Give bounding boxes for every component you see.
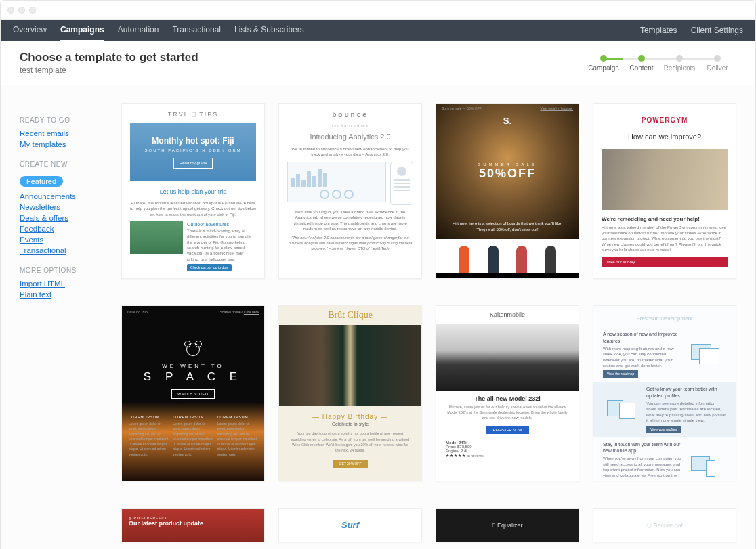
bounce-brand: bounce (332, 110, 369, 120)
bounce-wireframes (287, 162, 413, 205)
page-subheader: Choose a template to get started test te… (1, 41, 755, 85)
min-dot[interactable] (18, 7, 25, 14)
brut-brand: Brût Clique (279, 306, 421, 325)
template-bounce[interactable]: bounce TECHNOLOGIES Introducing Analytic… (278, 103, 422, 279)
group-create-new: CREATE NEW (20, 160, 102, 168)
link-import-html[interactable]: Import HTML (20, 280, 102, 288)
kalten-image (436, 324, 579, 391)
max-dot[interactable] (29, 7, 36, 14)
brut-image (279, 325, 421, 406)
nav-transactional[interactable]: Transactional (172, 20, 221, 42)
bounce-headline: Introducing Analytics 2.0 (310, 132, 390, 142)
sidebar: READY TO GO Recent emails My templates C… (1, 85, 102, 549)
template-brut-clique[interactable]: Brût Clique Happy Birthday Celebrate in … (278, 305, 422, 481)
trvl-brand: TRVL ⎕ TIPS (130, 110, 256, 119)
kalten-brand: Kältenmobile (436, 306, 579, 324)
page-title: Choose a template to get started (20, 51, 198, 64)
close-dot[interactable] (7, 7, 14, 14)
trvl-block: Outdoor adventures There is a mind-blowi… (130, 221, 256, 271)
link-featured[interactable]: Featured (20, 176, 63, 187)
link-newsletters[interactable]: Newsletters (20, 203, 102, 211)
template-space[interactable]: Issue no. 305Shared online? Click here W… (121, 305, 265, 481)
link-deals-offers[interactable]: Deals & offers (20, 214, 102, 222)
main-navbar: Overview Campaigns Automation Transactio… (1, 20, 755, 41)
nav-client-settings[interactable]: Client Settings (691, 20, 743, 41)
template-pixelperfect[interactable]: ◎ PIXELPERFECT Our latest product update (121, 508, 265, 542)
progress-stepper: Campaign Content Recipients Deliver (585, 55, 736, 72)
nav-overview[interactable]: Overview (13, 20, 47, 42)
template-gallery: TRVL ⎕ TIPS Monthly hot spot: Fiji SOUTH… (102, 85, 755, 549)
page-subtitle: test template (20, 66, 198, 75)
link-transactional[interactable]: Transactional (20, 246, 102, 255)
window-titlebar (1, 1, 755, 20)
nav-campaigns[interactable]: Campaigns (60, 20, 104, 42)
nav-templates[interactable]: Templates (640, 20, 677, 41)
link-announcements[interactable]: Announcements (20, 192, 102, 200)
template-surf[interactable]: Surf (278, 508, 422, 542)
powergym-image (602, 149, 728, 210)
space-watch-btn: WATCH VIDEO (171, 389, 215, 399)
link-my-templates[interactable]: My templates (20, 140, 102, 148)
nav-automation[interactable]: Automation (118, 20, 159, 42)
powergym-question: How can we improve? (602, 132, 728, 142)
summer-products (436, 239, 579, 273)
freshsoft-brand: Freshsoft Development (593, 306, 736, 327)
powergym-brand: POWERGYM (602, 110, 728, 131)
template-kaltenmobile[interactable]: Kältenmobile The all-new Model 232i Hi t… (436, 305, 579, 481)
template-powergym[interactable]: POWERGYM How can we improve? We're remod… (593, 103, 736, 279)
powergym-survey-btn: Take our survey (602, 257, 728, 267)
template-trvl-tips[interactable]: TRVL ⎕ TIPS Monthly hot spot: Fiji SOUTH… (121, 103, 265, 279)
link-events[interactable]: Events (20, 236, 102, 244)
group-ready: READY TO GO (20, 116, 102, 124)
template-summer-sale[interactable]: Summer sale — 50% OFFView email in brows… (436, 103, 579, 279)
template-securebot[interactable]: ⬡ Secure.bot (593, 508, 736, 542)
nav-lists-subscribers[interactable]: Lists & Subscribers (234, 20, 304, 42)
summer-hero: Summer sale — 50% OFFView email in brows… (436, 104, 579, 239)
group-more-options: MORE OPTIONS (20, 267, 102, 274)
brut-cta-btn: GET 20% OFF (333, 460, 369, 468)
trvl-read-guide-btn: Read my guide (173, 158, 213, 169)
main-content: READY TO GO Recent emails My templates C… (1, 85, 755, 549)
rings-icon (186, 343, 200, 356)
app-window: Overview Campaigns Automation Transactio… (0, 0, 756, 549)
template-equalizer[interactable]: ⎍ Equalizer (436, 508, 579, 542)
trvl-cta: Let us help plan your trip (130, 188, 256, 196)
nav-right: Templates Client Settings (640, 20, 743, 41)
nav-left: Overview Campaigns Automation Transactio… (13, 20, 304, 42)
link-plain-text[interactable]: Plain text (20, 290, 102, 299)
trvl-desc: Hi there, this month's featured vacation… (130, 200, 256, 217)
link-recent-emails[interactable]: Recent emails (20, 129, 102, 137)
trvl-block-btn: Check out our top to do's (187, 264, 231, 271)
link-feedback[interactable]: Feedback (20, 225, 102, 233)
template-freshsoft[interactable]: Freshsoft Development A new season of ne… (593, 305, 736, 481)
trvl-hero: Monthly hot spot: Fiji SOUTH PACIFIC'S H… (130, 123, 256, 181)
kalten-register-btn: REGISTER NOW (486, 426, 528, 434)
